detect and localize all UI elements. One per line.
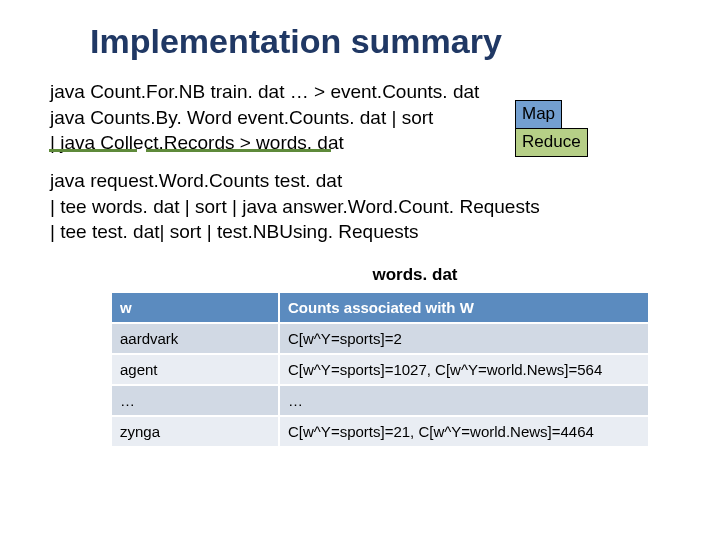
table-cell: … bbox=[111, 385, 279, 416]
underline-decoration bbox=[146, 149, 331, 152]
table-header: w bbox=[111, 292, 279, 323]
code-block-2: java request.Word.Counts test. dat | tee… bbox=[0, 156, 670, 245]
underline-decoration bbox=[49, 149, 137, 152]
table-cell: … bbox=[279, 385, 649, 416]
table-header-row: w Counts associated with W bbox=[111, 292, 649, 323]
code-block-1: java Count.For.NB train. dat … > event.C… bbox=[0, 79, 650, 156]
table-caption: words. dat bbox=[0, 245, 720, 291]
words-table: w Counts associated with W aardvark C[w^… bbox=[110, 291, 650, 448]
table-row: aardvark C[w^Y=sports]=2 bbox=[111, 323, 649, 354]
table-cell: zynga bbox=[111, 416, 279, 447]
slide-title: Implementation summary bbox=[0, 0, 720, 79]
table-cell: C[w^Y=sports]=2 bbox=[279, 323, 649, 354]
table-cell: agent bbox=[111, 354, 279, 385]
table-row: … … bbox=[111, 385, 649, 416]
reduce-badge: Reduce bbox=[515, 128, 588, 157]
code-line: | tee words. dat | sort | java answer.Wo… bbox=[50, 194, 670, 220]
code-line: | tee test. dat| sort | test.NBUsing. Re… bbox=[50, 219, 670, 245]
code-line: java request.Word.Counts test. dat bbox=[50, 168, 670, 194]
table-cell: aardvark bbox=[111, 323, 279, 354]
map-badge: Map bbox=[515, 100, 562, 129]
table-cell: C[w^Y=sports]=1027, C[w^Y=world.News]=56… bbox=[279, 354, 649, 385]
table-header: Counts associated with W bbox=[279, 292, 649, 323]
table-row: zynga C[w^Y=sports]=21, C[w^Y=world.News… bbox=[111, 416, 649, 447]
table-cell: C[w^Y=sports]=21, C[w^Y=world.News]=4464 bbox=[279, 416, 649, 447]
table-row: agent C[w^Y=sports]=1027, C[w^Y=world.Ne… bbox=[111, 354, 649, 385]
